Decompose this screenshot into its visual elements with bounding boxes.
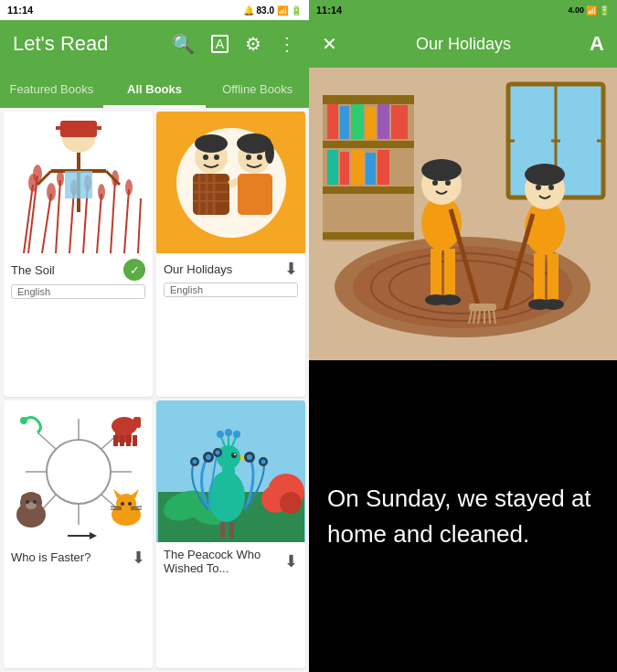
svg-point-73 <box>33 500 37 504</box>
book-title-peacock: The Peacock Who Wished To... <box>164 548 284 575</box>
settings-icon[interactable]: ⚙ <box>245 33 261 55</box>
tabs-bar: Featured Books All Books Offline Books <box>0 68 309 108</box>
svg-point-79 <box>128 502 132 506</box>
book-cover-soil <box>4 112 153 253</box>
close-icon[interactable]: ✕ <box>322 33 337 55</box>
right-status-bar: 11:14 4.00 📶 🔋 <box>309 0 617 20</box>
svg-point-152 <box>439 294 461 305</box>
book-card-peacock[interactable]: The Peacock Who Wished To... ⬇ <box>156 400 305 669</box>
svg-rect-167 <box>548 253 558 304</box>
svg-rect-115 <box>220 522 225 539</box>
svg-point-169 <box>542 299 564 310</box>
svg-rect-25 <box>65 171 92 198</box>
book-cover-peacock <box>156 400 305 542</box>
download-icon-peacock[interactable]: ⬇ <box>284 551 298 571</box>
svg-rect-135 <box>327 150 338 185</box>
book-info-faster: Who is Faster? ⬇ <box>4 542 153 571</box>
svg-point-108 <box>192 459 197 464</box>
translate-icon[interactable]: A <box>211 35 229 53</box>
right-status-icons: 4.00 📶 🔋 <box>568 5 610 16</box>
svg-rect-129 <box>327 104 338 139</box>
svg-point-165 <box>548 185 554 190</box>
book-card-holidays[interactable]: Our Holidays ⬇ English <box>156 112 305 397</box>
svg-rect-134 <box>391 105 408 139</box>
downloaded-check-icon: ✓ <box>123 259 145 281</box>
svg-rect-43 <box>238 174 272 215</box>
svg-point-45 <box>214 155 219 160</box>
svg-rect-139 <box>378 150 389 185</box>
svg-point-114 <box>261 459 265 464</box>
right-panel: 11:14 4.00 📶 🔋 ✕ Our Holidays A <box>309 0 617 672</box>
svg-rect-66 <box>133 435 137 446</box>
book-card-faster[interactable]: Who is Faster? ⬇ <box>4 400 153 669</box>
svg-point-103 <box>225 429 232 436</box>
tab-featured[interactable]: Featured Books <box>0 73 103 108</box>
svg-point-163 <box>525 164 565 186</box>
book-text-area: On Sunday, we stayed at home and cleaned… <box>309 360 617 672</box>
book-lang-holidays: English <box>164 283 298 297</box>
svg-point-164 <box>536 185 541 190</box>
svg-point-32 <box>195 134 228 153</box>
svg-line-159 <box>489 311 490 324</box>
book-title-faster: Who is Faster? <box>11 550 90 564</box>
text-size-icon[interactable]: A <box>590 32 604 56</box>
svg-rect-132 <box>366 107 376 139</box>
svg-rect-154 <box>469 304 496 311</box>
tab-offline[interactable]: Offline Books <box>206 73 309 108</box>
svg-point-47 <box>257 155 262 160</box>
tab-all-books[interactable]: All Books <box>103 73 207 108</box>
svg-point-46 <box>246 155 251 160</box>
book-card-soil[interactable]: The Soil ✓ English <box>4 112 153 397</box>
book-info-peacock: The Peacock Who Wished To... ⬇ <box>156 542 305 579</box>
svg-point-58 <box>20 417 27 424</box>
svg-rect-138 <box>366 153 376 185</box>
svg-point-146 <box>421 159 462 181</box>
svg-rect-149 <box>431 249 441 299</box>
left-panel: 11:14 🔔 83.0 📶 🔋 Let's Read 🔍 A ⚙ ⋮ Feat… <box>0 0 309 672</box>
svg-rect-150 <box>444 249 455 299</box>
svg-rect-131 <box>351 104 364 139</box>
svg-rect-116 <box>229 522 234 539</box>
svg-rect-122 <box>515 91 551 173</box>
svg-rect-136 <box>340 152 349 185</box>
svg-rect-126 <box>323 141 414 148</box>
svg-point-42 <box>265 142 274 164</box>
svg-point-49 <box>47 440 111 504</box>
book-reader-title: Our Holidays <box>416 35 511 54</box>
download-icon-holidays[interactable]: ⬇ <box>284 259 298 279</box>
book-info-holidays: Our Holidays ⬇ <box>156 253 305 283</box>
svg-rect-130 <box>340 106 349 139</box>
svg-point-44 <box>203 155 208 160</box>
book-title-holidays: Our Holidays <box>164 262 232 276</box>
svg-point-112 <box>247 454 252 460</box>
book-cover-faster <box>4 400 153 542</box>
book-page-text: On Sunday, we stayed at home and cleaned… <box>327 481 599 552</box>
svg-rect-65 <box>126 435 131 446</box>
svg-point-147 <box>432 180 438 186</box>
svg-rect-127 <box>323 187 414 194</box>
download-icon-faster[interactable]: ⬇ <box>132 548 145 568</box>
svg-point-148 <box>445 180 451 186</box>
svg-rect-137 <box>351 150 364 185</box>
svg-point-72 <box>26 500 29 504</box>
svg-point-90 <box>280 492 302 514</box>
svg-point-106 <box>206 454 211 460</box>
svg-rect-128 <box>323 232 414 240</box>
svg-point-98 <box>234 453 236 455</box>
svg-point-104 <box>233 431 240 438</box>
book-title-soil: The Soil <box>11 263 55 277</box>
book-cover-holidays <box>156 112 305 253</box>
svg-rect-64 <box>120 435 124 446</box>
svg-point-19 <box>125 179 133 196</box>
search-icon[interactable]: 🔍 <box>172 33 195 55</box>
app-title: Let's Read <box>13 32 109 56</box>
svg-point-95 <box>217 445 240 469</box>
svg-point-102 <box>217 431 224 438</box>
svg-point-110 <box>215 450 219 454</box>
more-options-icon[interactable]: ⋮ <box>278 33 296 55</box>
svg-point-78 <box>121 502 124 506</box>
svg-point-97 <box>231 453 237 458</box>
book-illustration <box>309 68 617 360</box>
left-status-bar: 11:14 🔔 83.0 📶 🔋 <box>0 0 309 20</box>
book-lang-soil: English <box>11 284 145 299</box>
